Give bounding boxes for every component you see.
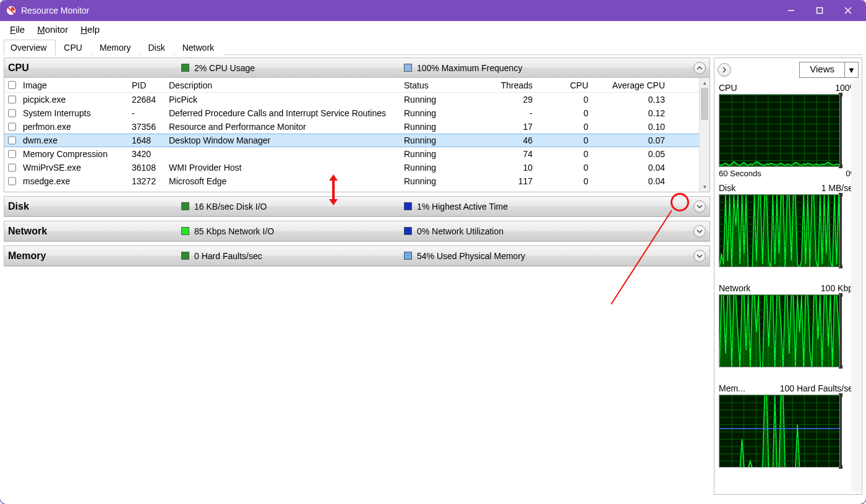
- col-description[interactable]: Description: [165, 80, 400, 90]
- disk-active-swatch: [404, 202, 412, 210]
- chart-canvas: [719, 395, 840, 468]
- row-checkbox[interactable]: [8, 122, 16, 131]
- cell-pid: 3420: [128, 149, 165, 159]
- collapse-cpu-button[interactable]: [693, 62, 706, 74]
- col-image[interactable]: Image: [19, 80, 128, 90]
- maximize-button[interactable]: [805, 1, 834, 20]
- menubar: File Monitor Help: [0, 21, 866, 38]
- scroll-down-icon[interactable]: ▾: [700, 182, 710, 192]
- row-checkbox[interactable]: [8, 136, 16, 145]
- row-checkbox[interactable]: [8, 177, 16, 186]
- menu-monitor[interactable]: Monitor: [31, 23, 74, 36]
- cell-description: Resource and Performance Monitor: [165, 122, 400, 132]
- expand-network-button[interactable]: [693, 225, 706, 237]
- graphs-panel: Views ▼ CPU100%60 Seconds0%Disk1 MB/sec0…: [714, 58, 862, 495]
- cell-avg-cpu: 0.05: [592, 149, 669, 159]
- scroll-thumb[interactable]: [701, 88, 708, 120]
- col-avg-cpu[interactable]: Average CPU: [592, 80, 669, 90]
- disk-io-swatch: [181, 202, 189, 210]
- row-checkbox[interactable]: [8, 163, 16, 172]
- cell-cpu: 0: [536, 122, 592, 132]
- app-icon: [6, 6, 16, 15]
- cell-avg-cpu: 0.13: [592, 95, 669, 105]
- section-disk: Disk 16 KB/sec Disk I/O 1% Highest Activ…: [4, 196, 710, 217]
- cell-status: Running: [400, 149, 474, 159]
- chart-cpu: CPU100%60 Seconds0%: [715, 82, 861, 182]
- menu-help[interactable]: Help: [74, 23, 106, 36]
- views-label: Views: [800, 62, 844, 77]
- cell-cpu: 0: [536, 95, 592, 105]
- cell-description: Microsoft Edge: [165, 176, 400, 186]
- select-all-checkbox[interactable]: [8, 81, 16, 89]
- cell-status: Running: [400, 108, 474, 118]
- menu-file[interactable]: File: [4, 23, 31, 36]
- section-network-title: Network: [8, 226, 181, 237]
- tab-network[interactable]: Network: [176, 40, 223, 55]
- cell-description: Desktop Window Manager: [165, 135, 400, 145]
- scroll-up-icon[interactable]: ▴: [700, 78, 710, 88]
- cell-status: Running: [400, 122, 474, 132]
- cell-description: Deferred Procedure Calls and Interrupt S…: [165, 108, 400, 118]
- cell-image: perfmon.exe: [19, 122, 128, 132]
- section-cpu-header[interactable]: CPU 2% CPU Usage 100% Maximum Frequency: [4, 58, 710, 78]
- table-row[interactable]: dwm.exe1648Desktop Window ManagerRunning…: [4, 134, 699, 147]
- table-row[interactable]: WmiPrvSE.exe36108WMI Provider HostRunnin…: [4, 161, 699, 174]
- svg-rect-2: [817, 8, 823, 14]
- panel-nav-button[interactable]: [718, 63, 731, 77]
- tab-memory[interactable]: Memory: [93, 40, 140, 55]
- cell-avg-cpu: 0.04: [592, 163, 669, 173]
- section-memory: Memory 0 Hard Faults/sec 54% Used Physic…: [4, 246, 710, 267]
- section-disk-header[interactable]: Disk 16 KB/sec Disk I/O 1% Highest Activ…: [4, 197, 710, 216]
- table-row[interactable]: perfmon.exe37356Resource and Performance…: [4, 120, 699, 134]
- tab-cpu[interactable]: CPU: [57, 40, 92, 55]
- col-pid[interactable]: PID: [128, 80, 165, 90]
- col-threads[interactable]: Threads: [474, 80, 536, 90]
- section-network-header[interactable]: Network 85 Kbps Network I/O 0% Network U…: [4, 221, 710, 241]
- cell-pid: 37356: [128, 122, 165, 132]
- row-checkbox[interactable]: [8, 109, 16, 117]
- cell-threads: 17: [474, 122, 536, 132]
- chart-title: Disk: [719, 183, 735, 193]
- memory-used-label: 54% Used Physical Memory: [417, 251, 525, 261]
- tab-overview[interactable]: Overview: [4, 40, 56, 55]
- row-checkbox[interactable]: [8, 95, 16, 104]
- cell-pid: 36108: [128, 163, 165, 173]
- cpu-table-scrollbar[interactable]: ▴ ▾: [699, 78, 710, 192]
- table-row[interactable]: System Interrupts-Deferred Procedure Cal…: [4, 106, 699, 120]
- col-status[interactable]: Status: [400, 80, 474, 90]
- tab-strip: Overview CPU Memory Disk Network: [0, 38, 866, 54]
- cell-status: Running: [400, 163, 474, 173]
- cell-threads: 46: [474, 135, 536, 145]
- chart-title: Mem...: [719, 383, 745, 393]
- table-row[interactable]: picpick.exe22684PicPickRunning2900.13: [4, 93, 699, 106]
- network-util-label: 0% Network Utilization: [417, 226, 504, 236]
- cell-image: Memory Compression: [19, 149, 128, 159]
- table-row[interactable]: Memory Compression3420Running7400.05: [4, 147, 699, 161]
- chart-scale: 100 Hard Faults/sec: [780, 383, 857, 393]
- cell-image: WmiPrvSE.exe: [19, 163, 128, 173]
- cpu-freq-swatch: [404, 64, 412, 72]
- chart-axis-left: 60 Seconds: [719, 169, 761, 178]
- expand-disk-button[interactable]: [693, 200, 706, 213]
- cell-cpu: 0: [536, 135, 592, 145]
- network-util-swatch: [404, 227, 412, 235]
- cell-cpu: 0: [536, 176, 592, 186]
- chart-title: CPU: [719, 83, 737, 93]
- views-dropdown[interactable]: Views ▼: [799, 62, 859, 78]
- cell-avg-cpu: 0.07: [592, 135, 669, 145]
- cell-pid: -: [128, 108, 165, 118]
- tab-disk[interactable]: Disk: [141, 40, 174, 55]
- row-checkbox[interactable]: [8, 150, 16, 158]
- close-button[interactable]: [834, 1, 862, 20]
- table-row[interactable]: msedge.exe13272Microsoft EdgeRunning1170…: [4, 174, 699, 188]
- cell-avg-cpu: 0.12: [592, 108, 669, 118]
- col-cpu[interactable]: CPU: [536, 80, 592, 90]
- graphs-scrollbar[interactable]: [851, 80, 861, 492]
- disk-active-label: 1% Highest Active Time: [417, 202, 508, 211]
- cell-pid: 22684: [128, 95, 165, 105]
- minimize-button[interactable]: [777, 1, 805, 20]
- expand-memory-button[interactable]: [693, 250, 706, 262]
- chart-canvas: [719, 294, 840, 367]
- section-memory-header[interactable]: Memory 0 Hard Faults/sec 54% Used Physic…: [4, 246, 710, 266]
- cell-cpu: 0: [536, 163, 592, 173]
